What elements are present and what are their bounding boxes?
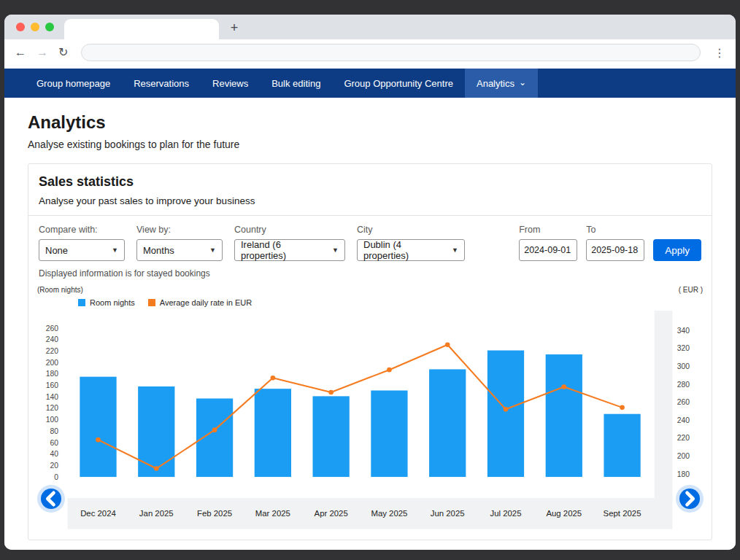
- svg-text:320: 320: [677, 344, 690, 352]
- card-title: Sales statistics: [39, 174, 701, 190]
- address-bar[interactable]: [81, 44, 701, 61]
- chevron-down-icon: ▼: [112, 246, 118, 254]
- browser-tab[interactable]: [64, 19, 219, 39]
- legend-label: Average daily rate in EUR: [160, 298, 252, 307]
- city-value: Dublin (4 properties): [363, 239, 446, 261]
- svg-text:0: 0: [54, 473, 58, 481]
- nav-item-reservations[interactable]: Reservations: [122, 69, 201, 98]
- svg-text:Aug 2025: Aug 2025: [546, 509, 582, 518]
- svg-text:Jul 2025: Jul 2025: [490, 509, 521, 518]
- compare-with-select[interactable]: None ▼: [39, 239, 125, 261]
- svg-text:180: 180: [46, 370, 59, 378]
- svg-text:Jun 2025: Jun 2025: [431, 509, 465, 518]
- stayed-bookings-note: Displayed information is for stayed book…: [28, 268, 712, 279]
- page-subtitle: Analyse existing bookings to plan for th…: [28, 139, 712, 150]
- window-controls: [16, 23, 54, 31]
- browser-toolbar: ← → ↻ ⋮: [4, 39, 736, 66]
- view-by-label: View by:: [136, 225, 223, 235]
- svg-text:140: 140: [46, 393, 59, 401]
- svg-text:160: 160: [46, 381, 59, 389]
- svg-text:260: 260: [46, 324, 59, 332]
- svg-text:Apr 2025: Apr 2025: [315, 509, 348, 518]
- forward-icon[interactable]: →: [36, 47, 48, 58]
- legend-item: Average daily rate in EUR: [148, 298, 252, 307]
- country-group: Country Ireland (6 properties) ▼: [234, 225, 345, 261]
- chevron-down-icon: ▼: [332, 246, 339, 254]
- page-content: Analytics Analyse existing bookings to p…: [4, 98, 736, 550]
- svg-text:340: 340: [677, 327, 690, 335]
- nav-item-analytics[interactable]: Analytics⌄: [465, 69, 538, 98]
- card-header: Sales statistics Analyse your past sales…: [28, 164, 712, 216]
- svg-text:Jan 2025: Jan 2025: [139, 509, 174, 518]
- apply-button[interactable]: Apply: [653, 239, 701, 261]
- nav-item-label: Reviews: [212, 78, 248, 89]
- svg-text:May 2025: May 2025: [371, 509, 407, 518]
- svg-text:Mar 2025: Mar 2025: [255, 509, 290, 518]
- legend-swatch: [78, 299, 85, 306]
- svg-text:40: 40: [50, 450, 59, 458]
- view-by-value: Months: [143, 245, 174, 256]
- svg-text:180: 180: [677, 470, 690, 478]
- city-select[interactable]: Dublin (4 properties) ▼: [357, 239, 465, 261]
- legend-item: Room nights: [78, 298, 135, 307]
- main-nav: Group homepageReservationsReviewsBulk ed…: [4, 69, 736, 98]
- browser-tab-strip: +: [4, 15, 736, 39]
- nav-item-label: Analytics: [477, 78, 514, 89]
- nav-item-label: Group Opportunity Centre: [344, 78, 453, 89]
- chevron-down-icon: ▼: [452, 246, 458, 254]
- country-value: Ireland (6 properties): [241, 239, 326, 261]
- country-select[interactable]: Ireland (6 properties) ▼: [234, 239, 345, 261]
- svg-text:100: 100: [46, 416, 59, 424]
- view-by-select[interactable]: Months ▼: [136, 239, 223, 261]
- filter-bar: Compare with: None ▼ View by: Months ▼ C…: [28, 216, 712, 262]
- city-group: City Dublin (4 properties) ▼: [357, 225, 465, 261]
- chart-prev-button[interactable]: [41, 489, 61, 509]
- zoom-window-button[interactable]: [45, 23, 54, 31]
- from-date-input[interactable]: [519, 239, 577, 261]
- city-label: City: [357, 225, 465, 235]
- svg-text:280: 280: [677, 381, 690, 389]
- from-date-label: From: [519, 225, 577, 235]
- svg-text:300: 300: [677, 362, 690, 370]
- compare-with-group: Compare with: None ▼: [39, 225, 125, 261]
- chevron-right-icon: [679, 489, 700, 509]
- svg-text:Dec 2024: Dec 2024: [80, 509, 116, 518]
- svg-text:220: 220: [46, 347, 59, 355]
- nav-item-reviews[interactable]: Reviews: [201, 69, 260, 98]
- reload-icon[interactable]: ↻: [58, 47, 68, 58]
- svg-text:120: 120: [46, 404, 59, 412]
- sales-chart-section: (Room nights) ( EUR ) Room nightsAverage…: [28, 279, 712, 540]
- axis-captions: (Room nights) ( EUR ): [36, 286, 704, 294]
- right-axis-caption: ( EUR ): [679, 286, 703, 294]
- browser-menu-icon[interactable]: ⋮: [714, 46, 725, 60]
- svg-text:200: 200: [46, 359, 59, 367]
- card-subtitle: Analyse your past sales to improve your …: [39, 195, 701, 206]
- svg-text:60: 60: [50, 439, 59, 447]
- svg-text:260: 260: [677, 398, 690, 406]
- svg-text:200: 200: [677, 452, 690, 460]
- chart-legend: Room nightsAverage daily rate in EUR: [78, 298, 704, 307]
- date-range-group: From To Apply: [519, 225, 701, 261]
- view-by-group: View by: Months ▼: [136, 225, 223, 261]
- chart-area: 0204060801001201401601802002202402601802…: [36, 308, 704, 529]
- legend-swatch: [148, 299, 155, 306]
- close-window-button[interactable]: [16, 23, 25, 31]
- new-tab-button[interactable]: +: [225, 18, 244, 37]
- back-icon[interactable]: ←: [15, 47, 26, 58]
- svg-text:240: 240: [677, 416, 690, 424]
- from-date-group: From: [519, 225, 577, 261]
- nav-item-bulk-editing[interactable]: Bulk editing: [260, 69, 332, 98]
- svg-text:80: 80: [50, 427, 59, 435]
- country-label: Country: [234, 225, 345, 235]
- page-title: Analytics: [28, 112, 712, 133]
- nav-item-group-homepage[interactable]: Group homepage: [25, 69, 122, 98]
- chevron-down-icon: ▼: [209, 246, 216, 254]
- to-date-input[interactable]: [586, 239, 644, 261]
- svg-text:20: 20: [50, 462, 59, 470]
- chevron-left-icon: [41, 489, 61, 509]
- browser-window: + ← → ↻ ⋮ Group homepageReservationsRevi…: [4, 15, 736, 550]
- compare-with-value: None: [45, 245, 68, 256]
- minimize-window-button[interactable]: [31, 23, 39, 31]
- nav-item-group-opportunity-centre[interactable]: Group Opportunity Centre: [332, 69, 465, 98]
- chart-next-button[interactable]: [679, 489, 700, 509]
